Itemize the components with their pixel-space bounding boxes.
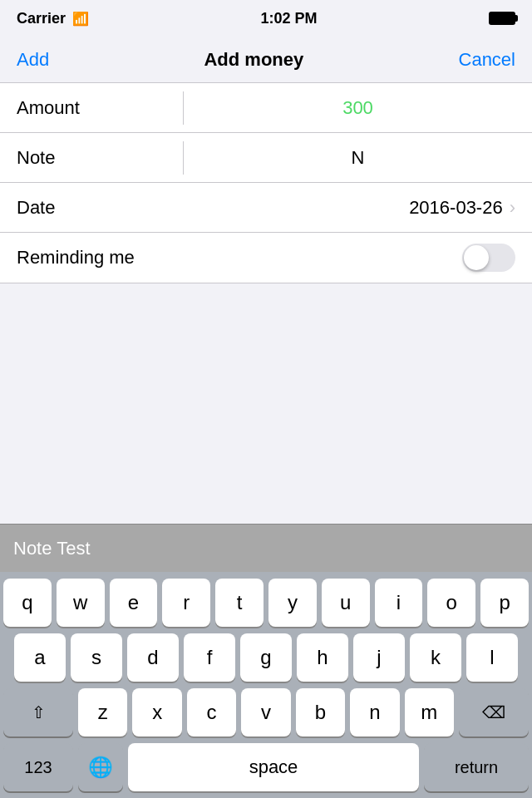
key-o[interactable]: o	[427, 579, 475, 627]
return-key[interactable]: return	[424, 743, 529, 791]
wifi-icon: 📶	[72, 11, 89, 27]
keyboard-area: Note Test q w e r t y u i o p a s d f g …	[0, 524, 532, 798]
key-d[interactable]: d	[127, 633, 179, 682]
nav-bar: Add Add money Cancel	[0, 37, 532, 83]
space-key[interactable]: space	[128, 743, 419, 791]
key-k[interactable]: k	[410, 633, 461, 682]
carrier-label: Carrier	[17, 10, 66, 27]
key-row-3: ⇧ z x c v b n m ⌫	[3, 688, 529, 736]
add-button[interactable]: Add	[17, 49, 49, 71]
key-f[interactable]: f	[184, 633, 235, 682]
reminding-row: Reminding me	[0, 233, 532, 283]
key-row-1: q w e r t y u i o p	[3, 579, 529, 627]
reminding-toggle[interactable]	[462, 244, 515, 272]
note-row[interactable]: Note N	[0, 133, 532, 183]
numbers-key[interactable]: 123	[3, 743, 73, 791]
divider	[183, 141, 184, 175]
date-value: 2016-03-26	[183, 197, 503, 219]
reminding-label: Reminding me	[17, 247, 183, 268]
key-i[interactable]: i	[375, 579, 423, 627]
key-x[interactable]: x	[132, 688, 181, 736]
shift-key[interactable]: ⇧	[3, 688, 73, 736]
amount-row[interactable]: Amount 300	[0, 83, 532, 133]
key-w[interactable]: w	[57, 579, 105, 627]
key-z[interactable]: z	[78, 688, 127, 736]
key-row-bottom: 123 🌐 space return	[3, 743, 529, 791]
chevron-right-icon: ›	[510, 197, 515, 219]
toggle-container	[183, 244, 515, 272]
key-e[interactable]: e	[110, 579, 158, 627]
key-p[interactable]: p	[480, 579, 529, 627]
key-g[interactable]: g	[240, 633, 292, 682]
amount-label: Amount	[17, 97, 183, 119]
key-u[interactable]: u	[322, 579, 370, 627]
globe-key[interactable]: 🌐	[78, 743, 123, 791]
delete-key[interactable]: ⌫	[459, 688, 529, 736]
date-label: Date	[17, 197, 183, 219]
status-time: 1:02 PM	[261, 10, 318, 27]
battery-container	[489, 12, 515, 25]
date-row[interactable]: Date 2016-03-26 ›	[0, 183, 532, 233]
toggle-knob	[464, 245, 489, 270]
key-t[interactable]: t	[215, 579, 264, 627]
key-h[interactable]: h	[297, 633, 348, 682]
key-a[interactable]: a	[14, 633, 66, 682]
key-y[interactable]: y	[268, 579, 317, 627]
keyboard: q w e r t y u i o p a s d f g h j k l ⇧ …	[0, 572, 532, 798]
key-r[interactable]: r	[162, 579, 210, 627]
status-bar: Carrier 📶 1:02 PM	[0, 0, 532, 37]
autocomplete-suggestion[interactable]: Note Test	[13, 538, 91, 559]
page-title: Add money	[204, 49, 303, 71]
key-row-2: a s d f g h j k l	[3, 633, 529, 682]
battery-icon	[489, 12, 515, 25]
form-container: Amount 300 Note N Date 2016-03-26 › Remi…	[0, 83, 532, 283]
note-value: N	[200, 147, 515, 169]
key-l[interactable]: l	[466, 633, 518, 682]
key-n[interactable]: n	[350, 688, 399, 736]
amount-value: 300	[200, 97, 515, 119]
key-c[interactable]: c	[187, 688, 236, 736]
key-b[interactable]: b	[296, 688, 345, 736]
cancel-button[interactable]: Cancel	[459, 49, 515, 71]
divider	[183, 91, 184, 125]
key-q[interactable]: q	[3, 579, 52, 627]
key-s[interactable]: s	[71, 633, 122, 682]
key-j[interactable]: j	[353, 633, 405, 682]
autocomplete-bar: Note Test	[0, 524, 532, 572]
key-v[interactable]: v	[241, 688, 290, 736]
note-label: Note	[17, 147, 183, 169]
status-left: Carrier 📶	[17, 10, 89, 27]
key-m[interactable]: m	[405, 688, 454, 736]
